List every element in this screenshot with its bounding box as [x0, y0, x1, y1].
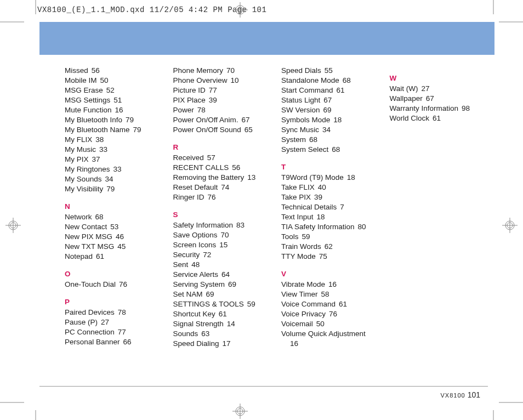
entry-term: My Ringtones [65, 165, 110, 173]
index-entry: Personal Banner66 [65, 337, 157, 347]
entry-page: 27 [421, 84, 429, 93]
entry-page: 17 [223, 339, 231, 348]
svg-point-4 [236, 407, 245, 416]
entry-term: Voice Privacy [281, 310, 326, 318]
entry-page: 69 [323, 106, 332, 114]
index-entry: World Clock61 [390, 113, 482, 123]
entry-term: World Clock [390, 114, 430, 122]
entry-page: 69 [206, 290, 214, 298]
entry-page: 33 [99, 145, 107, 154]
entry-term: Signal Strength [173, 320, 224, 328]
entry-term: Received [173, 154, 204, 162]
entry-page: 37 [92, 155, 100, 163]
entry-term: New TXT MSG [65, 242, 114, 251]
index-entry: My Sounds34 [65, 174, 157, 184]
entry-page: 68 [332, 145, 340, 154]
index-entry: RECENT CALLS56 [173, 163, 265, 173]
index-entry: Security72 [173, 250, 265, 260]
index-entry: Phone Overview10 [173, 76, 265, 86]
entry-term: Take FLIX [281, 183, 315, 191]
entry-page: 50 [100, 76, 109, 84]
entry-term: SW Version [281, 106, 320, 114]
index-entry: Voice Command61 [281, 299, 373, 309]
index-entry: Speed Dialing17 [173, 339, 265, 349]
svg-point-13 [507, 223, 513, 228]
index-entry: Pause (P)27 [65, 317, 157, 327]
section-heading: O [65, 269, 157, 279]
entry-page: 50 [316, 320, 325, 328]
entry-term: TTY Mode [281, 252, 316, 260]
index-entry: System Select68 [281, 145, 373, 155]
svg-point-8 [9, 221, 18, 230]
index-entry: TIA Safety Information80 [281, 222, 373, 232]
entry-page: 51 [113, 96, 122, 104]
index-entry: Start Command61 [281, 86, 373, 95]
footer-rule [39, 386, 488, 387]
entry-page: 53 [110, 223, 118, 231]
entry-page: 67 [426, 94, 434, 103]
entry-page: 7 [340, 203, 344, 211]
index-entry: SW Version69 [281, 105, 373, 115]
index-entry: Status Light67 [281, 95, 373, 105]
entry-term: Phone Memory [173, 66, 224, 75]
entry-term: New Contact [65, 223, 107, 231]
entry-term: Status Light [281, 96, 320, 104]
index-entry: Notepad61 [65, 252, 157, 262]
index-entry: Picture ID77 [173, 86, 265, 95]
entry-term: Speed Dialing [173, 339, 219, 348]
index-entry: Serving System69 [173, 280, 265, 290]
entry-page: 70 [221, 231, 229, 239]
index-column: Missed56Mobile IM50MSG Erase52MSG Settin… [65, 66, 157, 349]
index-entry: New TXT MSG45 [65, 242, 157, 252]
index-entry: Set NAM69 [173, 290, 265, 299]
entry-page: 45 [117, 242, 126, 251]
entry-term: Volume Quick Adjustment [281, 330, 366, 338]
svg-point-9 [10, 223, 16, 228]
entry-page: 33 [113, 165, 122, 173]
entry-term: Screen Icons [173, 241, 217, 249]
entry-page: 40 [318, 183, 326, 191]
entry-term: 16 [290, 339, 298, 348]
entry-page: 65 [245, 126, 253, 134]
section-heading: T [281, 162, 373, 172]
index-entry: Power On/Off Sound65 [173, 125, 265, 135]
entry-page: 77 [118, 328, 126, 336]
entry-term: System Select [281, 145, 328, 154]
entry-term: Mute Function [65, 106, 112, 114]
entry-page: 78 [197, 106, 206, 114]
index-entry: Mobile IM50 [65, 76, 157, 86]
entry-term: Sent [173, 260, 189, 269]
entry-page: 83 [236, 221, 245, 229]
page-footer: VX8100101 [440, 390, 480, 399]
entry-term: Power On/Off Sound [173, 126, 241, 134]
entry-page: 76 [208, 193, 216, 201]
index-entry: Wallpaper67 [390, 94, 482, 104]
index-entry: View Timer58 [281, 290, 373, 299]
entry-term: My Visibility [65, 185, 103, 193]
entry-term: Paired Devices [65, 308, 115, 316]
entry-term: My Sounds [65, 175, 102, 183]
index-column: Speed Dials55Standalone Mode68Start Comm… [281, 66, 373, 349]
entry-term: Reset Default [173, 183, 218, 191]
entry-term: View Timer [281, 290, 318, 298]
index-entry: Take FLIX40 [281, 183, 373, 192]
entry-term: One-Touch Dial [65, 280, 116, 288]
index-entry: My Visibility79 [65, 184, 157, 194]
entry-page: 76 [329, 310, 337, 318]
entry-term: Technical Details [281, 203, 337, 211]
index-entry: Missed56 [65, 66, 157, 76]
entry-page: 14 [227, 320, 235, 328]
index-entry: My FLIX38 [65, 135, 157, 145]
entry-term: System [281, 135, 306, 144]
index-entry: PIX Place39 [173, 95, 265, 105]
entry-page: 68 [95, 213, 104, 221]
svg-point-5 [237, 408, 243, 414]
index-entry: Save Options70 [173, 230, 265, 240]
entry-page: 13 [247, 173, 255, 181]
entry-term: MSG Settings [65, 96, 110, 104]
entry-term: Notepad [65, 252, 93, 260]
entry-page: 68 [309, 135, 317, 144]
footer-page-number: 101 [468, 390, 480, 399]
entry-term: Network [65, 213, 92, 221]
entry-term: MSG Erase [65, 86, 103, 94]
